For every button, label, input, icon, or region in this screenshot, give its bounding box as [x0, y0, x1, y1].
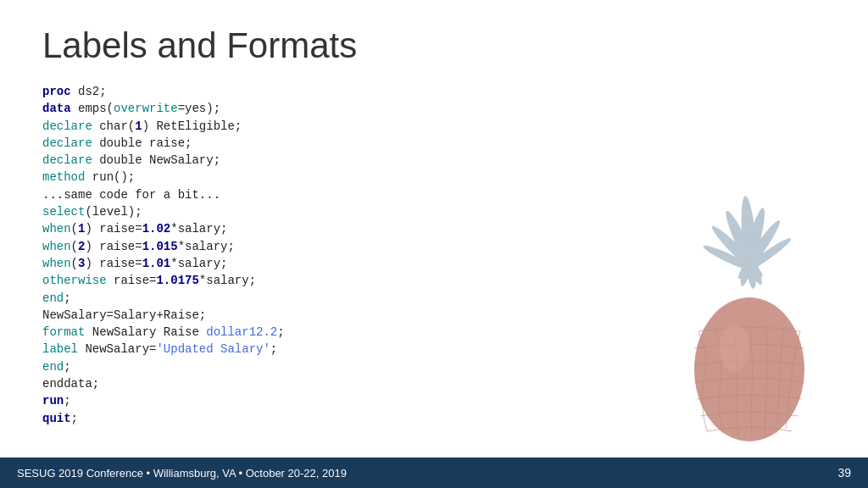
footer-bar: SESUG 2019 Conference • Williamsburg, VA… [0, 458, 868, 488]
pineapple-decoration [656, 191, 843, 446]
code-line: data emps(overwrite=yes); [42, 100, 826, 117]
svg-point-8 [719, 324, 749, 372]
code-line: declare double raise; [42, 135, 826, 152]
code-line: method run(); [42, 169, 826, 186]
slide-title: Labels and Formats [42, 25, 826, 66]
footer-page-number: 39 [837, 466, 851, 480]
code-line: declare char(1) RetEligible; [42, 118, 826, 135]
footer-left-text: SESUG 2019 Conference • Williamsburg, VA… [17, 467, 347, 480]
code-line: declare double NewSalary; [42, 152, 826, 169]
svg-point-7 [694, 297, 804, 441]
code-line: proc ds2; [42, 83, 826, 100]
